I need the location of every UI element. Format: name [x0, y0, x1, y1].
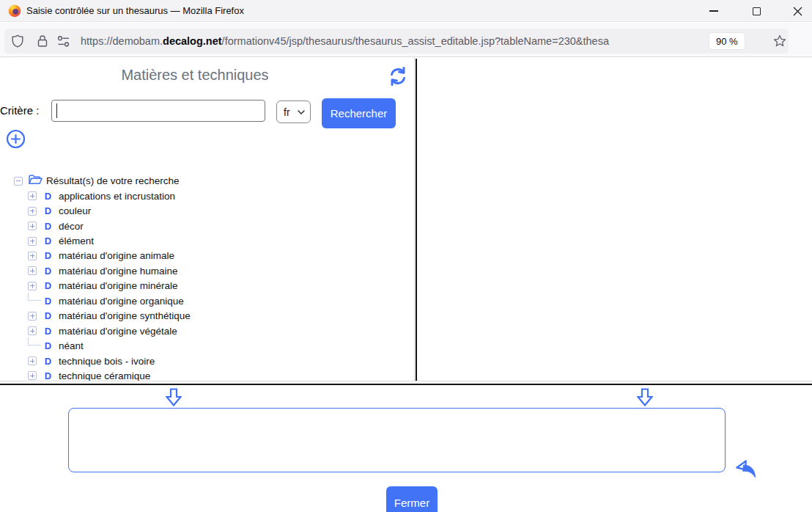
firefox-logo-icon	[8, 4, 21, 18]
descriptor-icon: D	[43, 191, 53, 202]
tree-root-label[interactable]: Résultat(s) de votre recherche	[46, 175, 180, 186]
tree-item[interactable]: D matériau d'origine organique	[0, 293, 410, 308]
branch-line	[28, 293, 40, 301]
tree-item-label: néant	[59, 340, 84, 351]
url-bar[interactable]: https://demobam.decalog.net/formationv45…	[4, 29, 789, 54]
lock-icon[interactable]	[37, 34, 48, 51]
descriptor-icon: D	[43, 235, 53, 246]
open-folder-icon	[28, 174, 43, 189]
expand-icon[interactable]	[28, 252, 37, 260]
tree-item[interactable]: D matériau d'origine synthétique	[0, 309, 410, 323]
add-term-icon[interactable]	[6, 129, 26, 149]
maximize-button[interactable]	[742, 0, 771, 22]
url-prefix: https://demobam.	[81, 35, 163, 47]
language-select[interactable]: fr	[276, 100, 311, 123]
window-titlebar: Saisie contrôlée sur un thesaurus — Mozi…	[0, 0, 812, 22]
selected-terms-box[interactable]	[68, 408, 726, 472]
detail-pane-empty	[417, 57, 812, 381]
tree-item-label: décor	[59, 221, 84, 232]
minimize-button[interactable]	[699, 0, 728, 22]
tree-item-label: matériau d'origine minérale	[59, 280, 177, 291]
horizontal-divider-light	[0, 381, 812, 381]
tracking-protection-shield-icon[interactable]	[11, 34, 24, 51]
url-text: https://demobam.decalog.net/formationv45…	[81, 29, 709, 54]
browser-toolbar: https://demobam.decalog.net/formationv45…	[0, 23, 812, 57]
tree-item[interactable]: D technique bois - ivoire	[0, 354, 410, 368]
descriptor-icon: D	[43, 221, 53, 232]
language-selected-value: fr	[284, 106, 290, 118]
descriptor-icon: D	[43, 326, 53, 337]
refresh-icon[interactable]	[388, 66, 408, 87]
descriptor-icon: D	[43, 296, 53, 307]
permissions-icon[interactable]	[57, 36, 75, 50]
down-arrow-icon	[637, 388, 653, 406]
branch-line	[28, 338, 40, 345]
descriptor-icon: D	[43, 356, 53, 367]
expand-icon[interactable]	[28, 282, 37, 290]
tree-item-label: élément	[59, 235, 94, 246]
page-title: Matières et techniques	[0, 67, 390, 84]
tree-item[interactable]: D matériau d'origine minérale	[0, 279, 410, 293]
zoom-level-badge[interactable]: 90 %	[709, 33, 745, 49]
tree-item-label: technique bois - ivoire	[59, 356, 155, 367]
undo-arrow-icon[interactable]	[734, 459, 759, 483]
search-button[interactable]: Rechercher	[322, 98, 396, 128]
chevron-down-icon	[298, 110, 305, 114]
expand-icon[interactable]	[28, 222, 37, 230]
results-tree: Résultat(s) de votre recherche D applica…	[0, 173, 410, 381]
url-domain: decalog.net	[163, 35, 222, 47]
expand-icon[interactable]	[28, 191, 37, 200]
descriptor-icon: D	[43, 250, 53, 261]
minimize-icon	[709, 10, 718, 12]
tree-item-label: matériau d'origine humaine	[59, 266, 177, 277]
thesaurus-search-pane: Matières et techniques Critère : fr Rech…	[0, 57, 415, 381]
tree-item-label: matériau d'origine organique	[59, 296, 184, 307]
tree-item[interactable]: D applications et incrustation	[0, 189, 410, 203]
bookmark-star-icon[interactable]	[772, 34, 787, 51]
close-icon	[793, 7, 802, 16]
tree-item-label: applications et incrustation	[59, 191, 175, 202]
tree-item-label: matériau d'origine animale	[59, 250, 174, 261]
url-path: /formationv45/jsp/thesaurus/thesaurus_as…	[222, 35, 609, 47]
window-title: Saisie contrôlée sur un thesaurus — Mozi…	[26, 5, 244, 16]
close-window-button[interactable]	[783, 0, 812, 22]
descriptor-icon: D	[43, 266, 53, 277]
expand-icon[interactable]	[28, 326, 37, 335]
tree-item-label: technique céramique	[59, 370, 150, 381]
descriptor-icon: D	[43, 205, 53, 216]
tree-item[interactable]: D néant	[0, 338, 410, 353]
criteria-input[interactable]	[51, 100, 265, 122]
expand-icon[interactable]	[28, 266, 37, 275]
tree-item[interactable]: D matériau d'origine végétale	[0, 323, 410, 338]
tree-item-label: matériau d'origine végétale	[59, 326, 177, 337]
tree-item-label: matériau d'origine synthétique	[59, 310, 191, 321]
tree-item[interactable]: D décor	[0, 219, 410, 233]
descriptor-icon: D	[43, 310, 53, 321]
descriptor-icon: D	[43, 340, 53, 351]
expand-icon[interactable]	[28, 371, 37, 380]
tree-root[interactable]: Résultat(s) de votre recherche	[0, 173, 410, 189]
text-caret	[56, 103, 57, 118]
criteria-label: Critère :	[0, 104, 39, 117]
expand-icon[interactable]	[28, 237, 37, 246]
descriptor-icon: D	[43, 370, 53, 381]
tree-item[interactable]: D technique céramique	[0, 368, 410, 381]
tree-item[interactable]: D couleur	[0, 203, 410, 218]
maximize-icon	[753, 7, 761, 15]
tree-item[interactable]: D élément	[0, 233, 410, 248]
tree-item[interactable]: D matériau d'origine humaine	[0, 263, 410, 278]
collapse-icon[interactable]	[14, 177, 23, 186]
close-dialog-button[interactable]: Fermer	[386, 486, 438, 512]
selection-pane: Fermer	[0, 385, 812, 512]
expand-icon[interactable]	[28, 312, 37, 321]
down-arrow-icon	[166, 388, 182, 406]
expand-icon[interactable]	[28, 356, 37, 365]
descriptor-icon: D	[43, 280, 53, 291]
tree-items: D applications et incrustation D couleur…	[0, 189, 410, 381]
tree-item-label: couleur	[59, 205, 91, 216]
tree-item[interactable]: D matériau d'origine animale	[0, 249, 410, 263]
expand-icon[interactable]	[28, 207, 37, 216]
